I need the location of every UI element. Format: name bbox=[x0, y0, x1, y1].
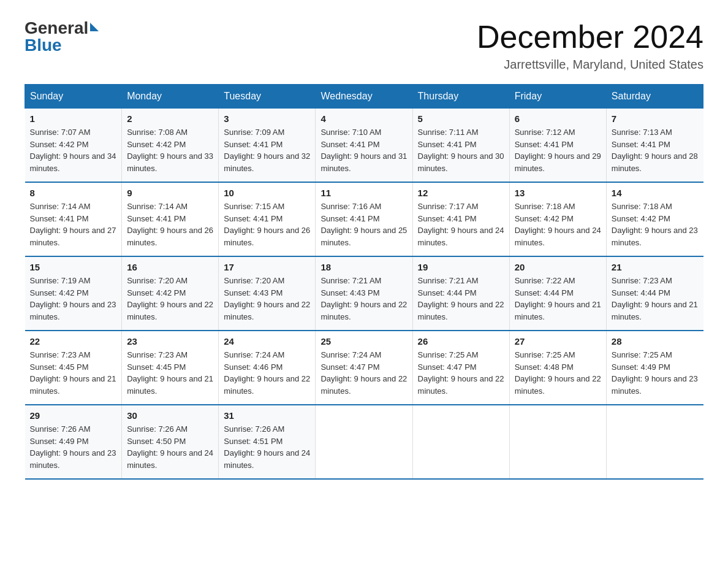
table-row bbox=[606, 405, 703, 479]
day-number: 27 bbox=[515, 336, 601, 347]
day-number: 17 bbox=[224, 262, 310, 272]
table-row: 11 Sunrise: 7:16 AMSunset: 4:41 PMDaylig… bbox=[316, 182, 412, 256]
day-info: Sunrise: 7:21 AMSunset: 4:43 PMDaylight:… bbox=[320, 276, 407, 321]
day-info: Sunrise: 7:25 AMSunset: 4:47 PMDaylight:… bbox=[418, 350, 504, 396]
table-row: 15 Sunrise: 7:19 AMSunset: 4:42 PMDaylig… bbox=[25, 256, 122, 331]
day-number: 23 bbox=[127, 336, 213, 347]
day-info: Sunrise: 7:26 AMSunset: 4:50 PMDaylight:… bbox=[127, 424, 213, 470]
day-info: Sunrise: 7:23 AMSunset: 4:45 PMDaylight:… bbox=[127, 350, 213, 396]
table-row: 6 Sunrise: 7:12 AMSunset: 4:41 PMDayligh… bbox=[509, 109, 606, 183]
day-info: Sunrise: 7:22 AMSunset: 4:44 PMDaylight:… bbox=[515, 276, 601, 321]
table-row: 12 Sunrise: 7:17 AMSunset: 4:41 PMDaylig… bbox=[412, 182, 509, 256]
logo: General Blue bbox=[25, 18, 99, 55]
day-number: 24 bbox=[224, 336, 310, 347]
day-number: 18 bbox=[320, 262, 407, 272]
day-info: Sunrise: 7:25 AMSunset: 4:48 PMDaylight:… bbox=[515, 350, 601, 396]
day-number: 28 bbox=[612, 336, 699, 347]
table-row: 24 Sunrise: 7:24 AMSunset: 4:46 PMDaylig… bbox=[219, 331, 316, 405]
col-saturday: Saturday bbox=[606, 85, 703, 109]
day-number: 1 bbox=[30, 113, 117, 124]
day-number: 4 bbox=[320, 113, 407, 124]
col-sunday: Sunday bbox=[25, 85, 122, 109]
day-info: Sunrise: 7:15 AMSunset: 4:41 PMDaylight:… bbox=[224, 202, 310, 247]
calendar-title: December 2024 bbox=[477, 18, 703, 55]
calendar-week-row: 8 Sunrise: 7:14 AMSunset: 4:41 PMDayligh… bbox=[25, 182, 703, 256]
col-friday: Friday bbox=[509, 85, 606, 109]
table-row: 27 Sunrise: 7:25 AMSunset: 4:48 PMDaylig… bbox=[509, 331, 606, 405]
day-number: 15 bbox=[30, 262, 117, 272]
table-row: 18 Sunrise: 7:21 AMSunset: 4:43 PMDaylig… bbox=[316, 256, 412, 331]
day-number: 26 bbox=[418, 336, 504, 347]
col-wednesday: Wednesday bbox=[316, 85, 412, 109]
calendar-week-row: 22 Sunrise: 7:23 AMSunset: 4:45 PMDaylig… bbox=[25, 331, 703, 405]
table-row: 25 Sunrise: 7:24 AMSunset: 4:47 PMDaylig… bbox=[316, 331, 412, 405]
table-row: 26 Sunrise: 7:25 AMSunset: 4:47 PMDaylig… bbox=[412, 331, 509, 405]
table-row: 8 Sunrise: 7:14 AMSunset: 4:41 PMDayligh… bbox=[25, 182, 122, 256]
day-number: 2 bbox=[127, 113, 213, 124]
day-info: Sunrise: 7:07 AMSunset: 4:42 PMDaylight:… bbox=[30, 128, 116, 173]
table-row: 21 Sunrise: 7:23 AMSunset: 4:44 PMDaylig… bbox=[606, 256, 703, 331]
day-number: 21 bbox=[612, 262, 699, 272]
table-row bbox=[412, 405, 509, 479]
day-info: Sunrise: 7:18 AMSunset: 4:42 PMDaylight:… bbox=[515, 202, 601, 247]
table-row: 13 Sunrise: 7:18 AMSunset: 4:42 PMDaylig… bbox=[509, 182, 606, 256]
day-info: Sunrise: 7:16 AMSunset: 4:41 PMDaylight:… bbox=[320, 202, 407, 247]
day-number: 11 bbox=[320, 188, 407, 198]
table-row: 3 Sunrise: 7:09 AMSunset: 4:41 PMDayligh… bbox=[219, 109, 316, 183]
table-row: 10 Sunrise: 7:15 AMSunset: 4:41 PMDaylig… bbox=[219, 182, 316, 256]
day-info: Sunrise: 7:13 AMSunset: 4:41 PMDaylight:… bbox=[612, 128, 698, 173]
calendar-subtitle: Jarrettsville, Maryland, United States bbox=[477, 58, 703, 72]
table-row bbox=[509, 405, 606, 479]
day-number: 8 bbox=[30, 188, 117, 198]
day-number: 16 bbox=[127, 262, 213, 272]
day-info: Sunrise: 7:20 AMSunset: 4:42 PMDaylight:… bbox=[127, 276, 213, 321]
col-tuesday: Tuesday bbox=[219, 85, 316, 109]
table-row: 4 Sunrise: 7:10 AMSunset: 4:41 PMDayligh… bbox=[316, 109, 412, 183]
day-number: 31 bbox=[224, 410, 310, 421]
day-number: 20 bbox=[515, 262, 601, 272]
table-row: 23 Sunrise: 7:23 AMSunset: 4:45 PMDaylig… bbox=[122, 331, 219, 405]
calendar-week-row: 29 Sunrise: 7:26 AMSunset: 4:49 PMDaylig… bbox=[25, 405, 703, 479]
table-row bbox=[316, 405, 412, 479]
day-number: 10 bbox=[224, 188, 310, 198]
day-info: Sunrise: 7:18 AMSunset: 4:42 PMDaylight:… bbox=[612, 202, 698, 247]
day-number: 7 bbox=[612, 113, 699, 124]
table-row: 5 Sunrise: 7:11 AMSunset: 4:41 PMDayligh… bbox=[412, 109, 509, 183]
day-info: Sunrise: 7:12 AMSunset: 4:41 PMDaylight:… bbox=[515, 128, 601, 173]
calendar-week-row: 15 Sunrise: 7:19 AMSunset: 4:42 PMDaylig… bbox=[25, 256, 703, 331]
table-row: 14 Sunrise: 7:18 AMSunset: 4:42 PMDaylig… bbox=[606, 182, 703, 256]
table-row: 1 Sunrise: 7:07 AMSunset: 4:42 PMDayligh… bbox=[25, 109, 122, 183]
calendar-week-row: 1 Sunrise: 7:07 AMSunset: 4:42 PMDayligh… bbox=[25, 109, 703, 183]
day-info: Sunrise: 7:21 AMSunset: 4:44 PMDaylight:… bbox=[418, 276, 504, 321]
day-info: Sunrise: 7:11 AMSunset: 4:41 PMDaylight:… bbox=[418, 128, 504, 173]
day-number: 22 bbox=[30, 336, 117, 347]
day-info: Sunrise: 7:14 AMSunset: 4:41 PMDaylight:… bbox=[127, 202, 213, 247]
day-number: 5 bbox=[418, 113, 504, 124]
day-info: Sunrise: 7:24 AMSunset: 4:47 PMDaylight:… bbox=[320, 350, 407, 396]
table-row: 19 Sunrise: 7:21 AMSunset: 4:44 PMDaylig… bbox=[412, 256, 509, 331]
day-number: 25 bbox=[320, 336, 407, 347]
table-row: 31 Sunrise: 7:26 AMSunset: 4:51 PMDaylig… bbox=[219, 405, 316, 479]
table-row: 16 Sunrise: 7:20 AMSunset: 4:42 PMDaylig… bbox=[122, 256, 219, 331]
day-number: 9 bbox=[127, 188, 213, 198]
day-number: 14 bbox=[612, 188, 699, 198]
day-number: 29 bbox=[30, 410, 117, 421]
table-row: 29 Sunrise: 7:26 AMSunset: 4:49 PMDaylig… bbox=[25, 405, 122, 479]
table-row: 9 Sunrise: 7:14 AMSunset: 4:41 PMDayligh… bbox=[122, 182, 219, 256]
table-row: 22 Sunrise: 7:23 AMSunset: 4:45 PMDaylig… bbox=[25, 331, 122, 405]
calendar-table: Sunday Monday Tuesday Wednesday Thursday… bbox=[25, 84, 703, 480]
table-row: 17 Sunrise: 7:20 AMSunset: 4:43 PMDaylig… bbox=[219, 256, 316, 331]
day-number: 6 bbox=[515, 113, 601, 124]
day-info: Sunrise: 7:08 AMSunset: 4:42 PMDaylight:… bbox=[127, 128, 213, 173]
col-monday: Monday bbox=[122, 85, 219, 109]
page-header: General Blue December 2024 Jarrettsville… bbox=[25, 18, 703, 72]
day-info: Sunrise: 7:23 AMSunset: 4:44 PMDaylight:… bbox=[612, 276, 698, 321]
day-info: Sunrise: 7:17 AMSunset: 4:41 PMDaylight:… bbox=[418, 202, 504, 247]
title-block: December 2024 Jarrettsville, Maryland, U… bbox=[477, 18, 703, 72]
day-number: 30 bbox=[127, 410, 213, 421]
day-info: Sunrise: 7:24 AMSunset: 4:46 PMDaylight:… bbox=[224, 350, 310, 396]
day-info: Sunrise: 7:14 AMSunset: 4:41 PMDaylight:… bbox=[30, 202, 116, 247]
day-info: Sunrise: 7:10 AMSunset: 4:41 PMDaylight:… bbox=[320, 128, 407, 173]
day-info: Sunrise: 7:19 AMSunset: 4:42 PMDaylight:… bbox=[30, 276, 116, 321]
logo-arrow-icon bbox=[90, 23, 99, 31]
